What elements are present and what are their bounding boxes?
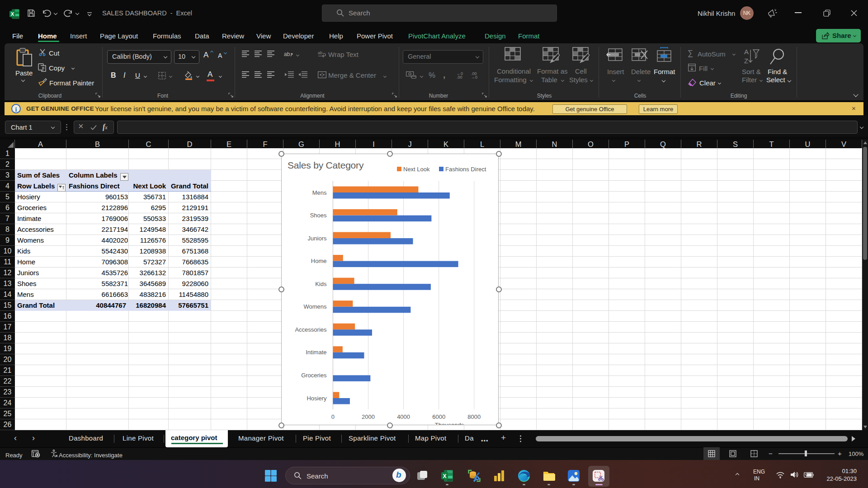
svg-text:Shoes: Shoes	[310, 212, 327, 219]
svg-text:4000: 4000	[397, 413, 410, 420]
svg-text:Thousands: Thousands	[435, 422, 464, 425]
svg-text:Groceries: Groceries	[301, 372, 327, 379]
svg-text:Kids: Kids	[315, 281, 327, 287]
svg-text:0: 0	[331, 413, 335, 420]
svg-text:Z: Z	[744, 57, 748, 65]
svg-text:Juniors: Juniors	[308, 235, 327, 242]
svg-text:.00: .00	[457, 75, 462, 79]
svg-text:Intimate: Intimate	[306, 349, 326, 356]
svg-text:Hosiery: Hosiery	[307, 395, 327, 402]
svg-text:Accessories: Accessories	[295, 326, 327, 333]
svg-text:Mens: Mens	[312, 189, 327, 196]
svg-text:6000: 6000	[432, 413, 445, 420]
svg-text:A: A	[744, 48, 749, 56]
svg-text:8000: 8000	[467, 413, 481, 420]
svg-text:ab: ab	[318, 51, 322, 55]
svg-text:2000: 2000	[362, 413, 375, 420]
svg-text:X: X	[443, 473, 446, 479]
svg-text:→0: →0	[471, 75, 477, 79]
svg-text:ab: ab	[284, 51, 290, 57]
svg-text:Home: Home	[311, 258, 327, 264]
svg-text:Womens: Womens	[303, 303, 327, 310]
svg-text:X: X	[11, 11, 14, 17]
